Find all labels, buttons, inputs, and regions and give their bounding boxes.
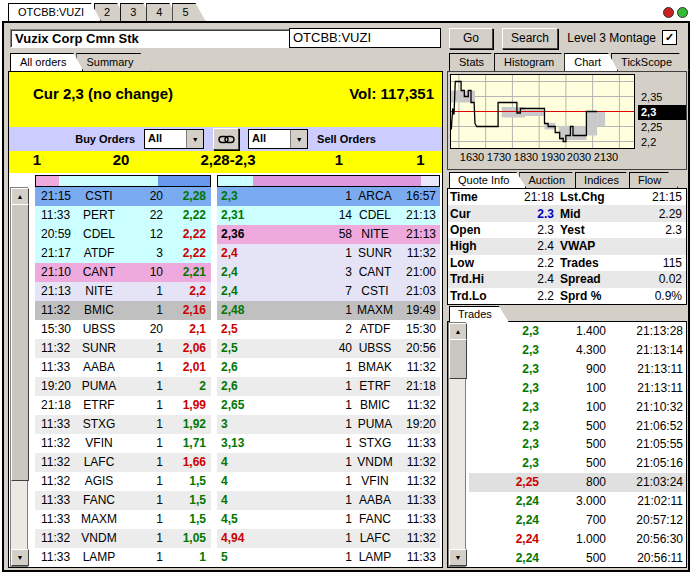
bid-row[interactable]: 11:32BMIC12,16 — [35, 301, 211, 320]
ask-row[interactable]: 2,61ETRF21:18 — [217, 377, 440, 396]
ask-row[interactable]: 2,41SUNR11:32 — [217, 244, 440, 263]
x-axis-tick: 1930 — [541, 151, 565, 163]
quote-value: 2.3 — [500, 207, 558, 221]
ask-row[interactable]: 2,31ARCA16:57 — [217, 187, 440, 206]
bid-price: 1 — [163, 548, 211, 567]
bid-row[interactable]: 11:33AABA12,01 — [35, 358, 211, 377]
panel-tab-stats[interactable]: Stats — [449, 53, 501, 71]
bid-time: 11:33 — [35, 548, 75, 567]
symbol-input[interactable]: OTCBB:VUZI — [289, 28, 441, 48]
ask-row[interactable]: 2,540UBSS20:56 — [217, 339, 440, 358]
quote-tab-indices[interactable]: Indices — [575, 172, 636, 188]
montage-tab-all-orders[interactable]: All orders — [10, 53, 83, 71]
ask-row[interactable]: 51LAMP11:33 — [217, 548, 440, 567]
current-price-axis-label: 2,3 — [638, 105, 686, 120]
ask-time: 21:13 — [398, 225, 440, 244]
trade-row[interactable]: 2,310021:10:32 — [469, 397, 686, 416]
ask-row[interactable]: 41VFIN11:32 — [217, 472, 440, 491]
bid-row[interactable]: 21:18ETRF11,99 — [35, 396, 211, 415]
ask-row[interactable]: 31PUMA19:20 — [217, 415, 440, 434]
quote-label: Trd.Lo — [448, 289, 500, 303]
ask-row[interactable]: 4,51FANC11:33 — [217, 510, 440, 529]
trade-row[interactable]: 2,34.30021:13:14 — [469, 341, 686, 360]
search-button[interactable]: Search — [502, 28, 558, 49]
ask-mmid: CSTI — [352, 282, 398, 301]
ask-row[interactable]: 2,52ATDF15:30 — [217, 320, 440, 339]
scroll-down-icon[interactable]: ▼ — [449, 549, 467, 566]
quote-tab-quote-info[interactable]: Quote Info — [449, 172, 526, 188]
panel-tab-tickscope[interactable]: TickScope — [611, 53, 689, 71]
panel-tab-chart[interactable]: Chart — [564, 53, 618, 71]
tab-trades[interactable]: Trades — [449, 306, 509, 322]
quote-tab-auction[interactable]: Auction — [519, 172, 582, 188]
bid-row[interactable]: 11:33PERT222,22 — [35, 206, 211, 225]
sell-filter-select[interactable]: All ▼ — [248, 129, 308, 149]
go-button[interactable]: Go — [449, 28, 493, 49]
ask-row[interactable]: 2,43CANT21:00 — [217, 263, 440, 282]
bid-row[interactable]: 21:17ATDF32,22 — [35, 244, 211, 263]
link-filters-button[interactable] — [213, 128, 239, 150]
window-tab-5[interactable]: 5 — [172, 3, 205, 21]
ask-row[interactable]: 3,131STXG11:33 — [217, 434, 440, 453]
bid-row[interactable]: 11:32SUNR12,06 — [35, 339, 211, 358]
trade-row[interactable]: 2,31.40021:13:28 — [469, 322, 686, 341]
book-scrollbar[interactable]: ▲ ▼ — [10, 187, 28, 567]
trades-scrollbar[interactable]: ▲ ▼ — [448, 322, 466, 567]
trade-row[interactable]: 2,310021:13:11 — [469, 379, 686, 398]
ask-row[interactable]: 2,61BMAK11:32 — [217, 358, 440, 377]
bid-row[interactable]: 11:33FANC11,5 — [35, 491, 211, 510]
quote-row: Cur2.3Mid2.29 — [448, 205, 686, 221]
bid-row[interactable]: 21:10CANT102,21 — [35, 263, 211, 282]
trade-size: 4.300 — [539, 343, 612, 357]
bid-row[interactable]: 20:59CDEL122,22 — [35, 225, 211, 244]
scroll-up-icon[interactable]: ▲ — [449, 323, 467, 340]
scroll-up-icon[interactable]: ▲ — [11, 188, 29, 205]
trade-row[interactable]: 2,390021:13:11 — [469, 360, 686, 379]
bid-row[interactable]: 11:33STXG11,92 — [35, 415, 211, 434]
ask-size: 1 — [263, 358, 352, 377]
trades-scroll-thumb[interactable] — [449, 339, 467, 379]
buy-filter-select[interactable]: All ▼ — [144, 129, 204, 149]
bid-row[interactable]: 11:33LAMP11 — [35, 548, 211, 567]
sell-orders-label: Sell Orders — [317, 133, 376, 145]
bid-row[interactable]: 21:13NITE12,2 — [35, 282, 211, 301]
quote-tab-flow[interactable]: Flow — [629, 172, 678, 188]
ask-row[interactable]: 2,651BMIC11:32 — [217, 396, 440, 415]
ask-row[interactable]: 41AABA11:33 — [217, 491, 440, 510]
ask-row[interactable]: 4,941LAFC11:32 — [217, 529, 440, 548]
panel-tab-histogram[interactable]: Histogram — [494, 53, 571, 71]
scroll-down-icon[interactable]: ▼ — [11, 549, 29, 566]
trade-row[interactable]: 2,350021:05:55 — [469, 435, 686, 454]
ask-row[interactable]: 2,481MAXM19:49 — [217, 301, 440, 320]
trade-row[interactable]: 2,243.00021:02:11 — [469, 492, 686, 511]
ask-size: 1 — [263, 510, 352, 529]
ask-row[interactable]: 2,3658NITE21:13 — [217, 225, 440, 244]
book-scroll-thumb[interactable] — [11, 204, 29, 481]
montage-panel: Cur 2,3 (no change) Vol: 117,351 Buy Ord… — [8, 71, 443, 568]
trade-row[interactable]: 2,2450020:56:11 — [469, 548, 686, 567]
bid-row[interactable]: 11:32AGIS11,5 — [35, 472, 211, 491]
trade-time: 21:05:55 — [612, 437, 686, 451]
window-tab-otcbb-vuzi[interactable]: OTCBB:VUZI — [8, 3, 101, 21]
bid-row[interactable]: 19:20PUMA12 — [35, 377, 211, 396]
ask-row[interactable]: 2,47CSTI21:03 — [217, 282, 440, 301]
ask-row[interactable]: 41VNDM11:32 — [217, 453, 440, 472]
trade-row[interactable]: 2,350021:06:52 — [469, 416, 686, 435]
chevron-down-icon[interactable]: ▼ — [290, 130, 307, 148]
trade-row[interactable]: 2,2470020:57:12 — [469, 510, 686, 529]
bid-row[interactable]: 21:15CSTI202,28 — [35, 187, 211, 206]
bid-row[interactable]: 15:30UBSS202,1 — [35, 320, 211, 339]
bid-row[interactable]: 11:32LAFC11,66 — [35, 453, 211, 472]
quote-value: 115 — [620, 256, 686, 270]
trade-row[interactable]: 2,350021:05:16 — [469, 454, 686, 473]
trade-time: 21:03:24 — [612, 475, 686, 489]
bid-row[interactable]: 11:32VFIN11,71 — [35, 434, 211, 453]
montage-tab-summary[interactable]: Summary — [76, 53, 150, 71]
trade-row[interactable]: 2,2580021:03:24 — [469, 473, 686, 492]
bid-row[interactable]: 11:32VNDM11,05 — [35, 529, 211, 548]
chevron-down-icon[interactable]: ▼ — [186, 130, 203, 148]
level3-checkbox[interactable]: ✓ — [662, 30, 677, 45]
trade-row[interactable]: 2,241.00020:56:30 — [469, 529, 686, 548]
bid-row[interactable]: 11:33MAXM11,5 — [35, 510, 211, 529]
ask-row[interactable]: 2,3114CDEL21:13 — [217, 206, 440, 225]
